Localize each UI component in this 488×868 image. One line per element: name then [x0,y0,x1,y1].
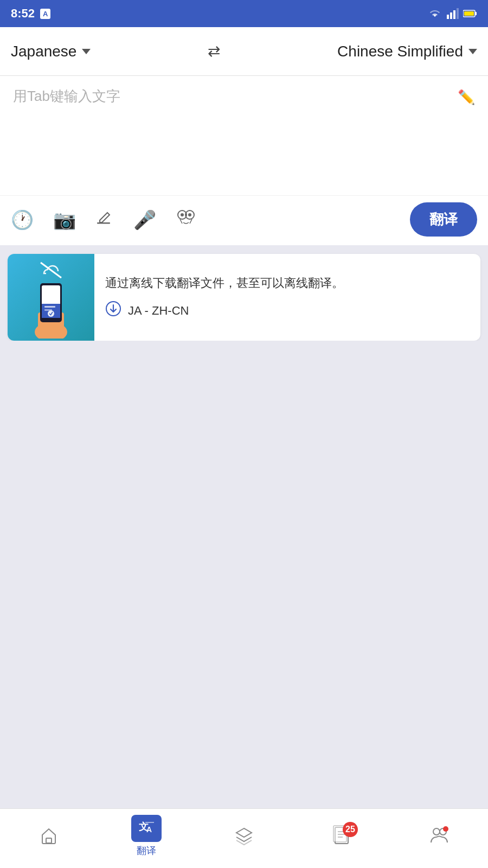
svg-rect-1 [450,12,452,19]
status-bar: 8:52 A [0,0,488,27]
svg-rect-23 [46,838,52,843]
download-pair-label: JA - ZH-CN [128,304,189,318]
translate-button[interactable]: 翻译 [410,202,477,237]
source-language-chevron [82,49,91,54]
source-language-name: Japanese [11,43,76,60]
signal-icon [447,8,459,19]
documents-badge-container: 25 [332,825,351,847]
community-notification-dot [443,826,448,832]
target-language-chevron [468,49,477,54]
svg-point-10 [181,213,184,216]
nav-item-community[interactable] [418,825,461,847]
status-time: 8:52 [11,7,35,21]
download-row[interactable]: JA - ZH-CN [105,301,470,321]
svg-rect-19 [44,306,55,308]
svg-point-11 [188,213,191,216]
nav-item-translate[interactable]: 文 A 翻译 [125,815,168,857]
toolbar: 🕐 📷 🎤 翻译 [0,195,488,245]
nav-item-layers[interactable] [222,826,266,846]
target-language-selector[interactable]: Chinese Simplified [337,43,477,60]
svg-text:A: A [146,825,152,834]
layers-icon [234,826,254,846]
conversation-icon[interactable] [176,208,196,231]
toolbar-icons: 🕐 📷 🎤 [11,208,196,231]
svg-rect-3 [457,8,459,19]
banner-illustration [8,254,94,341]
handwrite-icon[interactable] [95,208,114,231]
edit-icon[interactable]: ✏️ [458,89,475,106]
phone-hand-illustration [24,273,78,339]
banner-message: 通过离线下载翻译文件，甚至可以离线翻译。 [105,274,470,292]
nav-item-home[interactable] [27,826,70,846]
svg-point-33 [433,828,440,835]
battery-icon [463,9,477,18]
source-language-selector[interactable]: Japanese [11,43,91,60]
language-bar: Japanese ⇄ Chinese Simplified [0,27,488,76]
history-icon[interactable]: 🕐 [11,209,34,231]
camera-icon[interactable]: 📷 [53,209,76,231]
documents-badge: 25 [343,822,358,837]
svg-rect-5 [475,12,477,15]
gray-area [0,341,488,808]
keyboard-indicator: A [40,9,50,19]
svg-point-21 [48,310,54,317]
text-input-area[interactable]: 用Tab键输入文字 ✏️ [0,76,488,195]
swap-languages-button[interactable]: ⇄ [202,37,226,66]
home-icon [39,826,59,846]
text-input-placeholder: 用Tab键输入文字 [13,87,458,106]
banner-content: 通过离线下载翻译文件，甚至可以离线翻译。 JA - ZH-CN [94,263,480,331]
translate-nav-icon: 文 A [131,815,162,842]
svg-rect-2 [453,10,455,19]
nav-item-documents[interactable]: 25 [320,825,363,847]
status-bar-left: 8:52 A [11,7,50,21]
wifi-icon [427,8,442,19]
microphone-icon[interactable]: 🎤 [133,209,156,231]
svg-rect-7 [97,222,110,224]
target-language-name: Chinese Simplified [337,43,463,60]
bottom-nav: 文 A 翻译 25 [0,808,488,868]
svg-rect-6 [464,11,474,16]
offline-banner[interactable]: 通过离线下载翻译文件，甚至可以离线翻译。 JA - ZH-CN [8,254,480,341]
translate-nav-label: 翻译 [137,844,156,857]
download-icon [105,301,121,321]
status-bar-right [427,8,477,19]
svg-rect-0 [447,15,449,19]
